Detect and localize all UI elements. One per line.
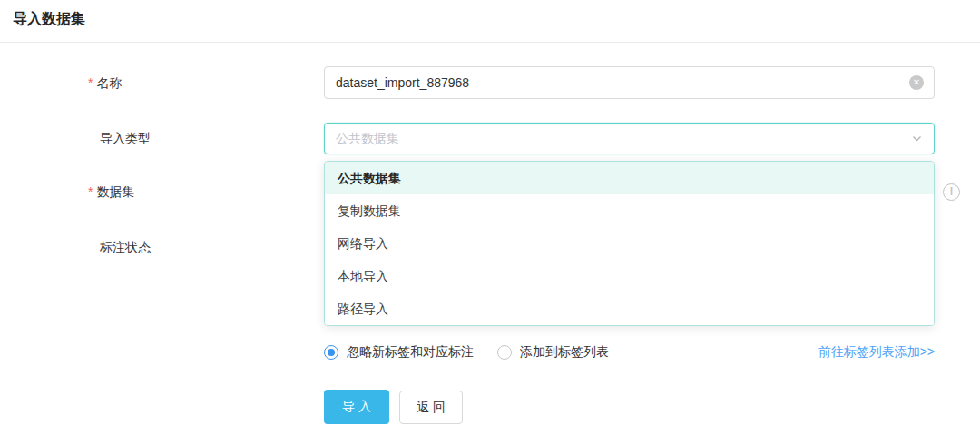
name-input[interactable] xyxy=(324,66,935,99)
page-title: 导入数据集 xyxy=(13,10,85,29)
dataset-field-label: *数据集 xyxy=(88,184,134,201)
annotation-status-field-label: 标注状态 xyxy=(100,240,151,256)
required-asterisk: * xyxy=(88,184,93,199)
import-type-label-text: 导入类型 xyxy=(100,131,151,145)
radio-unselected-icon xyxy=(497,345,512,360)
import-type-dropdown: 公共数据集 复制数据集 网络导入 本地导入 路径导入 xyxy=(324,161,935,326)
info-icon[interactable]: ! xyxy=(943,183,960,201)
dataset-label-text: 数据集 xyxy=(96,184,134,199)
name-input-wrap: ✕ xyxy=(324,66,935,99)
label-strategy-radio-group: 忽略新标签和对应标注 添加到标签列表 xyxy=(324,343,632,362)
back-button[interactable]: 返回 xyxy=(399,391,463,424)
radio-selected-icon xyxy=(324,345,338,360)
dropdown-option-path-import[interactable]: 路径导入 xyxy=(325,292,934,325)
dropdown-option-copy-dataset[interactable]: 复制数据集 xyxy=(325,194,934,227)
radio-add-to-label-list-label: 添加到标签列表 xyxy=(520,344,609,361)
radio-ignore-new-labels-label: 忽略新标签和对应标注 xyxy=(347,344,474,361)
required-asterisk: * xyxy=(88,75,93,90)
radio-add-to-label-list[interactable]: 添加到标签列表 xyxy=(497,344,609,361)
import-type-select[interactable]: 公共数据集 xyxy=(324,123,935,154)
import-button[interactable]: 导入 xyxy=(324,390,389,424)
annotation-status-label-text: 标注状态 xyxy=(100,240,151,254)
name-field-label: *名称 xyxy=(88,75,122,92)
goto-label-list-link[interactable]: 前往标签列表添加>> xyxy=(818,344,935,361)
import-dataset-page: 导入数据集 *名称 ✕ 导入类型 公共数据集 *数据集 ! 标注状态 公共数据集… xyxy=(0,0,980,446)
dropdown-option-public-dataset[interactable]: 公共数据集 xyxy=(325,162,934,194)
import-type-placeholder: 公共数据集 xyxy=(336,124,399,154)
dropdown-option-local-import[interactable]: 本地导入 xyxy=(325,260,934,292)
clear-input-icon[interactable]: ✕ xyxy=(909,75,924,90)
radio-ignore-new-labels[interactable]: 忽略新标签和对应标注 xyxy=(324,344,474,361)
import-type-field-label: 导入类型 xyxy=(100,131,151,147)
header-divider xyxy=(0,42,980,43)
chevron-down-icon xyxy=(912,134,922,144)
name-label-text: 名称 xyxy=(96,75,122,90)
dropdown-option-network-import[interactable]: 网络导入 xyxy=(325,227,934,260)
